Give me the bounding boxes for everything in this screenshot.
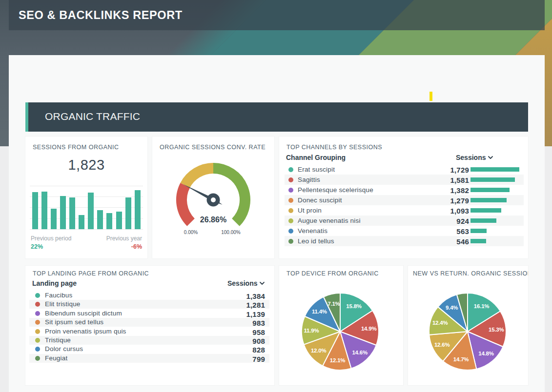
svg-text:16.1%: 16.1%	[474, 303, 490, 309]
svg-text:14.6%: 14.6%	[352, 350, 368, 355]
svg-text:11.9%: 11.9%	[304, 328, 319, 333]
svg-text:12.1%: 12.1%	[330, 357, 346, 363]
svg-text:14.9%: 14.9%	[361, 326, 377, 332]
svg-text:12.0%: 12.0%	[311, 348, 327, 353]
svg-text:7.1%: 7.1%	[327, 301, 340, 307]
svg-text:12.4%: 12.4%	[432, 320, 448, 326]
svg-text:15.3%: 15.3%	[489, 327, 504, 333]
svg-text:14.7%: 14.7%	[453, 356, 469, 362]
svg-text:9.4%: 9.4%	[446, 305, 458, 311]
svg-text:15.8%: 15.8%	[346, 303, 362, 309]
svg-text:12.6%: 12.6%	[434, 342, 450, 348]
svg-text:14.8%: 14.8%	[478, 351, 494, 356]
svg-text:11.4%: 11.4%	[312, 309, 327, 314]
